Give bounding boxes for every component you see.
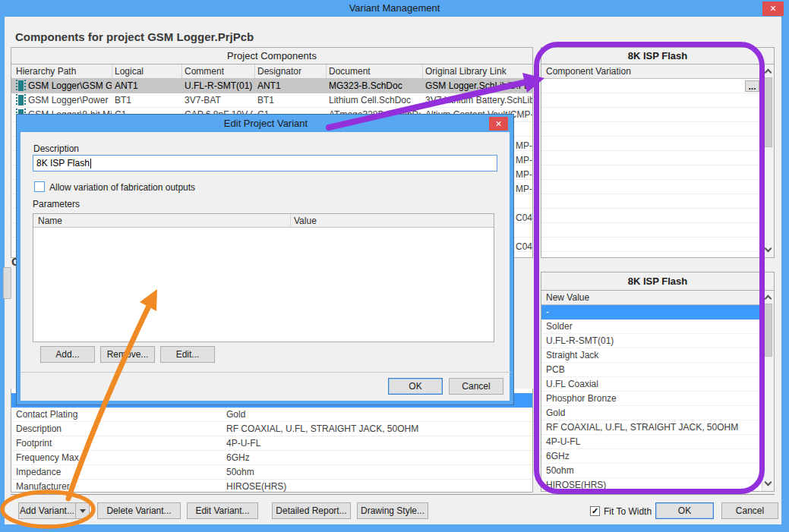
- parameters-table: Name Value: [33, 213, 494, 342]
- description-input[interactable]: 8K ISP Flash: [33, 155, 497, 172]
- close-icon[interactable]: ×: [762, 2, 784, 16]
- list-item[interactable]: Gold: [541, 406, 762, 420]
- footer-separator: [11, 494, 775, 495]
- ok-button[interactable]: OK: [655, 502, 714, 519]
- list-item[interactable]: Solder: [541, 320, 762, 334]
- page-title: Components for project GSM Logger.PrjPcb: [15, 30, 254, 43]
- table-column-headers: Hierarchy Path Logical Comment Designato…: [11, 65, 532, 79]
- variation-pane-scrollbar[interactable]: [762, 65, 774, 257]
- property-row[interactable]: Frequency Max 6GHz: [11, 451, 532, 465]
- list-item[interactable]: 4P-U-FL: [541, 435, 762, 449]
- scrollbar-thumb[interactable]: [764, 304, 772, 357]
- window-title: Variant Management: [0, 0, 789, 17]
- property-row[interactable]: Manufacturer HIROSE(HRS): [11, 480, 532, 493]
- col-document[interactable]: Document: [329, 65, 371, 79]
- fit-to-width-checkbox[interactable]: ✓: [590, 506, 600, 516]
- parameters-label: Parameters: [33, 199, 80, 209]
- variant-management-window: Variant Management × Components for proj…: [0, 0, 789, 532]
- property-row[interactable]: Description RF COAXIAL, U.FL, STRAIGHT J…: [11, 422, 532, 436]
- delete-variant-button[interactable]: Delete Variant...: [97, 502, 181, 519]
- allow-variation-label: Allow variation of fabrication outputs: [49, 182, 195, 193]
- variation-pane-body: ...: [541, 79, 762, 257]
- col-comment[interactable]: Comment: [185, 65, 224, 79]
- link-fragment: MP-10: [516, 139, 533, 153]
- link-fragment: C0402X: [516, 240, 533, 254]
- drawing-style-button[interactable]: Drawing Style...: [357, 502, 428, 519]
- param-col-name[interactable]: Name: [38, 214, 62, 228]
- component-icon: [16, 95, 26, 105]
- list-item[interactable]: 6GHz: [541, 449, 762, 464]
- component-variation-pane: 8K ISP Flash Component Variation ...: [541, 47, 775, 258]
- list-item[interactable]: Straight Jack: [541, 348, 762, 363]
- dialog-footer-separator: [21, 372, 511, 373]
- list-item[interactable]: Phosphor Bronze: [541, 392, 762, 406]
- fit-to-width-label: Fit To Width: [604, 506, 652, 517]
- table-row[interactable]: GSM Logger\Power BT1 3V7-BAT BT1 Lithium…: [11, 93, 532, 108]
- variation-pane-title: 8K ISP Flash: [541, 48, 774, 65]
- col-logical[interactable]: Logical: [115, 65, 144, 79]
- dialog-title: Edit Project Variant: [17, 115, 515, 132]
- list-item[interactable]: 50ohm: [541, 464, 762, 478]
- col-designator[interactable]: Designator: [257, 65, 301, 79]
- list-item[interactable]: U.FL-R-SMT(01): [541, 334, 762, 348]
- col-hierarchy-path[interactable]: Hierarchy Path: [16, 65, 76, 79]
- new-value-list: - Solder U.FL-R-SMT(01) Straight Jack PC…: [541, 305, 762, 491]
- component-icon: [16, 80, 26, 91]
- add-parameter-button[interactable]: Add...: [40, 346, 95, 363]
- add-variant-dropdown[interactable]: [75, 502, 90, 519]
- ellipsis-button[interactable]: ...: [745, 80, 759, 92]
- parameters-table-body[interactable]: [33, 228, 494, 342]
- link-fragment: MP-103: [516, 168, 533, 182]
- property-row[interactable]: Impedance 50ohm: [11, 465, 532, 480]
- list-item[interactable]: U.FL Coaxial: [541, 377, 762, 392]
- link-fragment: E-0JS22: [516, 254, 533, 258]
- allow-variation-checkbox[interactable]: [34, 181, 45, 192]
- scroll-down-icon[interactable]: [765, 245, 772, 253]
- new-value-pane-title: 8K ISP Flash: [541, 272, 774, 291]
- dialog-cancel-button[interactable]: Cancel: [449, 378, 503, 395]
- cancel-button[interactable]: Cancel: [721, 502, 778, 519]
- list-item[interactable]: RF COAXIAL, U.FL, STRAIGHT JACK, 50OHM: [541, 420, 762, 435]
- scrollbar-fragment[interactable]: [3, 267, 11, 299]
- edit-variant-button[interactable]: Edit Variant...: [187, 502, 258, 519]
- scrollbar-thumb[interactable]: [764, 77, 772, 147]
- new-value-pane: 8K ISP Flash New Value - Solder U.FL-R-S…: [541, 272, 775, 492]
- new-value-scrollbar[interactable]: [762, 291, 774, 491]
- table-group-header: Project Components: [11, 48, 532, 65]
- list-item[interactable]: HIROSE(HRS): [541, 478, 762, 492]
- param-col-value[interactable]: Value: [294, 214, 317, 228]
- dialog-ok-button[interactable]: OK: [388, 378, 443, 395]
- col-original-library-link[interactable]: Original Library Link: [425, 65, 507, 79]
- edit-project-variant-dialog: Edit Project Variant × Description 8K IS…: [16, 114, 514, 405]
- list-item[interactable]: PCB: [541, 363, 762, 377]
- table-row[interactable]: GSM Logger\GSM GP ANT1 U.FL-R-SMT(01) AN…: [11, 79, 532, 93]
- property-row[interactable]: Footprint 4P-U-FL: [11, 436, 532, 451]
- scroll-up-icon[interactable]: [765, 69, 772, 77]
- edit-parameter-button[interactable]: Edit...: [160, 346, 215, 363]
- description-label: Description: [33, 143, 79, 154]
- remove-parameter-button[interactable]: Remove...: [100, 346, 155, 363]
- link-fragment: MP-103: [516, 153, 533, 168]
- dialog-close-icon[interactable]: ×: [489, 117, 508, 131]
- property-row[interactable]: Contact Plating Gold: [11, 408, 532, 422]
- link-fragment: C0402BE: [516, 211, 533, 225]
- chevron-down-icon: [80, 509, 86, 513]
- scroll-up-icon[interactable]: [765, 295, 772, 303]
- list-item[interactable]: -: [541, 305, 762, 320]
- scroll-down-icon[interactable]: [765, 479, 772, 486]
- col-new-value[interactable]: New Value: [541, 291, 762, 305]
- detailed-report-button[interactable]: Detailed Report...: [272, 502, 351, 519]
- add-variant-button[interactable]: Add Variant...: [18, 502, 76, 519]
- link-fragment: MP-103: [516, 182, 533, 197]
- col-component-variation[interactable]: Component Variation: [541, 65, 762, 79]
- text-caret: [90, 159, 91, 168]
